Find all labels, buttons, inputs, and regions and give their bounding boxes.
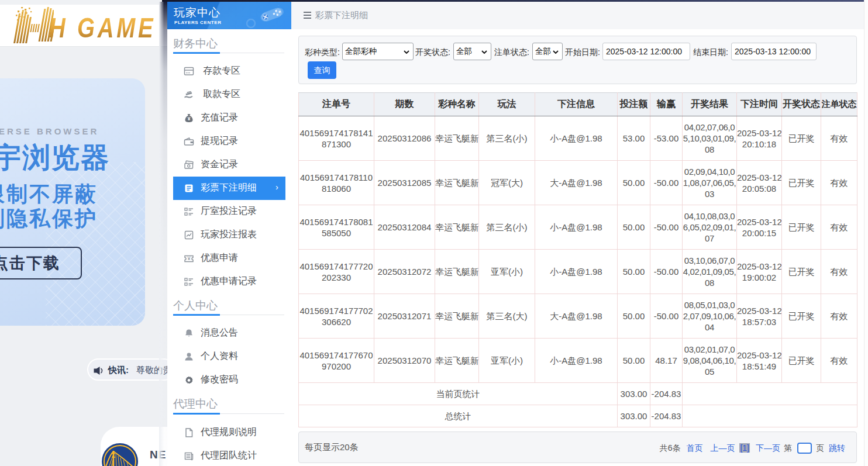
svg-text:¥: ¥ — [187, 256, 191, 261]
svg-text:¥: ¥ — [188, 116, 191, 122]
